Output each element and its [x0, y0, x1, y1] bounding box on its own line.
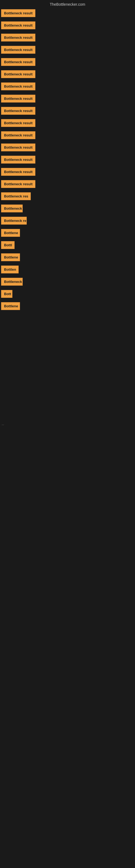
result-row: Bottlene [0, 252, 135, 264]
bottleneck-badge[interactable]: Bottlene [1, 229, 20, 237]
bottleneck-badge[interactable]: Bottleneck [1, 205, 23, 212]
bottleneck-badge[interactable]: Bottl [1, 241, 14, 249]
result-row: Bottleneck re [0, 215, 135, 227]
bottleneck-badge[interactable]: Bott [1, 290, 12, 298]
result-row: Bottlen [0, 264, 135, 276]
result-row: Bottleneck result [0, 118, 135, 130]
result-row: Bottleneck result [0, 20, 135, 32]
result-row: Bottleneck result [0, 154, 135, 166]
result-row: Bottleneck result [0, 8, 135, 20]
spacer-area [0, 313, 135, 421]
result-row: Bottleneck result [0, 130, 135, 142]
bottleneck-badge[interactable]: Bottleneck result [1, 107, 35, 115]
bottleneck-badge[interactable]: Bottleneck result [1, 34, 35, 41]
result-row: Bottleneck result [0, 93, 135, 105]
result-row: Bottleneck result [0, 56, 135, 69]
result-row: Bottleneck result [0, 81, 135, 93]
result-row: Bottleneck result [0, 69, 135, 81]
bottleneck-badge[interactable]: Bottleneck result [1, 180, 35, 188]
bottleneck-badge[interactable]: Bottleneck result [1, 83, 35, 90]
bottleneck-badge[interactable]: Bottleneck result [1, 70, 35, 78]
result-row: Bott [0, 288, 135, 301]
bottleneck-badge[interactable]: Bottlene [1, 253, 20, 261]
site-title: TheBottlenecker.com [0, 0, 135, 8]
result-row: Bottleneck [0, 276, 135, 288]
bottleneck-badge[interactable]: Bottleneck re [1, 217, 27, 225]
bottleneck-badge[interactable]: Bottleneck result [1, 58, 35, 66]
bottleneck-badge[interactable]: Bottleneck result [1, 119, 35, 127]
result-row: Bottleneck result [0, 179, 135, 191]
result-row: Bottleneck result [0, 142, 135, 154]
badges-container: Bottleneck resultBottleneck resultBottle… [0, 8, 135, 313]
bottleneck-badge[interactable]: Bottlen [1, 266, 18, 273]
bottleneck-badge[interactable]: Bottleneck result [1, 144, 35, 151]
result-row: Bottlene [0, 227, 135, 240]
bottleneck-badge[interactable]: Bottleneck result [1, 46, 35, 54]
result-row: Bottleneck result [0, 105, 135, 118]
result-row: Bottleneck res [0, 191, 135, 203]
bottleneck-badge[interactable]: Bottleneck result [1, 9, 35, 17]
result-row: Bottlene [0, 301, 135, 313]
result-row: Bottleneck result [0, 44, 135, 56]
result-row: Bottleneck result [0, 166, 135, 179]
bottleneck-badge[interactable]: Bottleneck result [1, 156, 35, 163]
ellipsis-indicator: ... [0, 421, 135, 427]
bottom-spacer [0, 427, 135, 589]
bottleneck-badge[interactable]: Bottleneck result [1, 95, 35, 102]
result-row: Bottleneck result [0, 32, 135, 44]
bottleneck-badge[interactable]: Bottleneck result [1, 22, 35, 29]
bottleneck-badge[interactable]: Bottleneck res [1, 192, 31, 200]
result-row: Bottleneck [0, 203, 135, 215]
bottleneck-badge[interactable]: Bottleneck [1, 278, 23, 286]
bottleneck-badge[interactable]: Bottlene [1, 302, 20, 310]
bottleneck-badge[interactable]: Bottleneck result [1, 131, 35, 139]
result-row: Bottl [0, 240, 135, 252]
bottleneck-badge[interactable]: Bottleneck result [1, 168, 35, 176]
